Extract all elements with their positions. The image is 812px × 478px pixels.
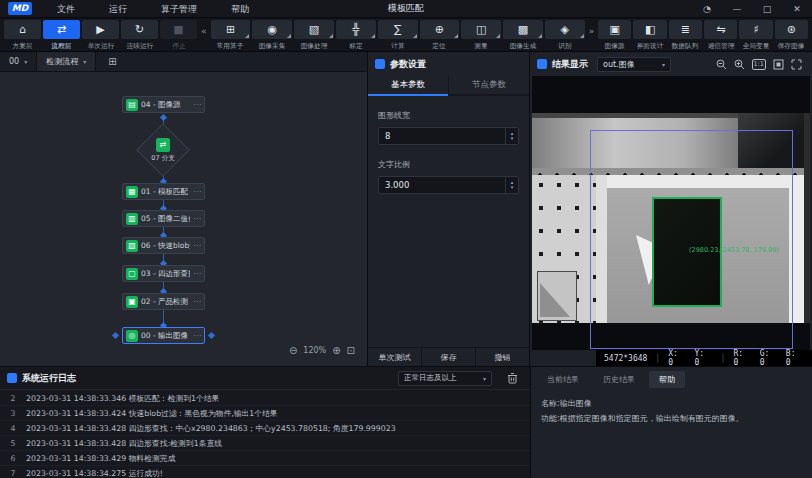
clear-log-icon[interactable]: [507, 369, 518, 388]
spin-down-icon[interactable]: ▾: [511, 185, 514, 190]
spin-down-icon[interactable]: ▾: [511, 136, 514, 141]
log-level-select[interactable]: 正常日志及以上 ▾: [398, 371, 492, 386]
menu-help[interactable]: 帮助: [214, 0, 266, 18]
spinner-control[interactable]: ▴ ▾: [505, 128, 518, 144]
settings-icon: [375, 59, 385, 69]
tool-label: 通信管理: [707, 41, 734, 51]
flow-tab-id[interactable]: 00 ▾: [0, 52, 37, 71]
flow-node-product-detect[interactable]: ▣ 02 - 产品检测 ⋯: [122, 293, 205, 310]
input-value[interactable]: 3.000: [379, 180, 505, 190]
tool-image-processing[interactable]: ▧ 图像处理: [294, 20, 334, 51]
log-row[interactable]: 6 2023-03-31 14:38:33.429 物料检测完成: [0, 451, 530, 466]
text-scale-input[interactable]: 3.000 ▴ ▾: [378, 176, 519, 194]
flow-node-binarization[interactable]: ▥ 05 - 图像二值化 ⋯: [122, 210, 205, 227]
branch-content: ⇄ 07 分支: [136, 123, 190, 177]
result-image-viewport[interactable]: (2980.23, 2453.78, 179.99): [532, 76, 810, 350]
menu-run[interactable]: 运行: [92, 0, 144, 18]
tab-help[interactable]: 帮助: [649, 371, 685, 388]
close-button[interactable]: ✕: [782, 0, 812, 18]
log-row-text: 2023-03-31 14:38:33.424 快速blob过滤：黑色视为物件,…: [26, 408, 278, 419]
tool-data-queue[interactable]: ≣ 数据队列: [669, 20, 702, 51]
toolbar-collapse-icon[interactable]: «: [198, 22, 210, 41]
node-menu-icon[interactable]: ⋯: [190, 297, 204, 306]
log-row[interactable]: 7 2023-03-31 14:38:34.275 运行成功!: [0, 466, 530, 478]
parameter-tabs: 基本参数 节点参数: [368, 76, 529, 96]
zoom-in-icon[interactable]: ⊕: [332, 345, 340, 356]
fit-image-icon[interactable]: [773, 59, 784, 70]
flow-node-blob-filter[interactable]: ▧ 06 - 快速blob过滤 ⋯: [122, 237, 205, 254]
tab-basic-params[interactable]: 基本参数: [368, 76, 448, 94]
log-row-number: 5: [0, 439, 26, 448]
input-value[interactable]: 8: [379, 131, 505, 141]
log-rows[interactable]: 2 2023-03-31 14:38:33.346 模板匹配：检测到1个结果 3…: [0, 391, 530, 478]
parameter-panel-header: 参数设置: [368, 52, 529, 76]
node-label: 02 - 产品检测: [141, 297, 188, 307]
log-row[interactable]: 4 2023-03-31 14:38:33.428 四边形查找：中心x2980.…: [0, 421, 530, 436]
node-menu-icon[interactable]: ⋯: [190, 241, 204, 250]
menu-file[interactable]: 文件: [40, 0, 92, 18]
flow-node-output-image[interactable]: ◎ 00 - 输出图像 ⋯: [122, 327, 205, 344]
panel-title: 系统运行日志: [22, 372, 76, 385]
tool-image-source[interactable]: ▣ 图像源: [598, 20, 631, 51]
tool-scheme-layer[interactable]: ⌂ 方案层: [4, 20, 41, 51]
tool-location[interactable]: ⊕ 定位: [420, 20, 460, 51]
flow-tab-name[interactable]: 检测流程 ▾: [37, 52, 96, 71]
tool-calibration[interactable]: ╬ 标定: [336, 20, 376, 51]
tool-communication[interactable]: ⇋ 通信管理: [704, 20, 737, 51]
log-row[interactable]: 5 2023-03-31 14:38:33.428 四边形查找:检测到1条直线: [0, 436, 530, 451]
tab-current-result[interactable]: 当前结果: [537, 371, 589, 388]
one-to-one-icon[interactable]: 1:1: [752, 59, 766, 70]
node-menu-icon[interactable]: ⋯: [190, 214, 204, 223]
tool-interface-design[interactable]: ◧ 界面设计: [633, 20, 666, 51]
save-button[interactable]: 保存: [421, 348, 475, 366]
parameter-actions: 单次测试 保存 撤销: [368, 347, 529, 366]
flow-node-image-source[interactable]: ▤ 04 - 图像源 ⋯: [122, 96, 205, 113]
log-row[interactable]: 3 2023-03-31 14:38:33.424 快速blob过滤：黑色视为物…: [0, 406, 530, 421]
flow-tab-bar: 00 ▾ 检测流程 ▾ ⊞: [0, 52, 367, 72]
minimize-button[interactable]: —: [722, 0, 752, 18]
fullscreen-icon[interactable]: [791, 59, 802, 70]
tool-label: 定位: [433, 41, 446, 51]
log-row-text: 2023-03-31 14:38:34.275 运行成功!: [26, 468, 163, 478]
theme-icon[interactable]: ◔: [692, 0, 722, 18]
spinner-control[interactable]: ▴ ▾: [505, 177, 518, 193]
tool-image-acquisition[interactable]: ◉ 图像采集: [252, 20, 292, 51]
menu-operator-manage[interactable]: 算子管理: [144, 0, 214, 18]
tool-image-generation[interactable]: ▩ 图像生成: [503, 20, 543, 51]
toolbar-expand-icon[interactable]: »: [586, 22, 598, 41]
fit-view-icon[interactable]: ⊡: [347, 345, 355, 356]
node-menu-icon[interactable]: ⋯: [190, 331, 204, 340]
flow-node-quad-find[interactable]: ▢ 03 - 四边形查找 ⋯: [122, 265, 205, 282]
tool-save-image[interactable]: ⊛ 保存图像: [775, 20, 808, 51]
zoom-out-icon[interactable]: [716, 59, 727, 70]
tool-common-operators[interactable]: ⊞ 常用算子: [211, 20, 251, 51]
node-menu-icon[interactable]: ⋯: [190, 269, 204, 278]
tool-global-variables[interactable]: ♯ 全局变量: [739, 20, 772, 51]
tool-flow-layer[interactable]: ⇄ 流程层: [43, 20, 80, 51]
log-level-value: 正常日志及以上: [404, 373, 457, 383]
zoom-in-icon[interactable]: [734, 59, 745, 70]
tab-node-params[interactable]: 节点参数: [448, 76, 529, 94]
add-flow-button[interactable]: ⊞: [96, 52, 128, 71]
log-row-text: 2023-03-31 14:38:33.428 四边形查找:检测到1条直线: [26, 438, 222, 449]
maximize-button[interactable]: □: [752, 0, 782, 18]
tool-measure[interactable]: ◫ 测量: [461, 20, 501, 51]
flow-node-branch[interactable]: ⇄ 07 分支: [136, 123, 190, 177]
tab-history-result[interactable]: 历史结果: [593, 371, 645, 388]
tool-run-once[interactable]: ▶ 单次运行: [82, 20, 119, 51]
node-menu-icon[interactable]: ⋯: [190, 187, 204, 196]
log-row[interactable]: 2 2023-03-31 14:38:33.346 模板匹配：检测到1个结果: [0, 391, 530, 406]
flow-canvas[interactable]: ▤ 04 - 图像源 ⋯ ⇄ 07 分支 ▦ 01 - 模板匹配 ⋯ ▥ 05 …: [0, 72, 367, 366]
tool-label: 标定: [349, 41, 362, 51]
line-width-input[interactable]: 8 ▴ ▾: [378, 127, 519, 145]
test-once-button[interactable]: 单次测试: [368, 348, 421, 366]
tool-label: 连续运行: [126, 41, 153, 51]
tool-recognition[interactable]: ◈ 识别: [545, 20, 585, 51]
tool-run-continuous[interactable]: ↻ 连续运行: [121, 20, 158, 51]
zoom-out-icon[interactable]: ⊖: [289, 345, 297, 356]
undo-button[interactable]: 撤销: [475, 348, 529, 366]
tool-calculation[interactable]: ∑ 计算: [378, 20, 418, 51]
flow-node-template-match[interactable]: ▦ 01 - 模板匹配 ⋯: [122, 183, 205, 200]
result-view-select[interactable]: out.图像 ▾: [597, 57, 671, 72]
node-menu-icon[interactable]: ⋯: [190, 100, 204, 109]
